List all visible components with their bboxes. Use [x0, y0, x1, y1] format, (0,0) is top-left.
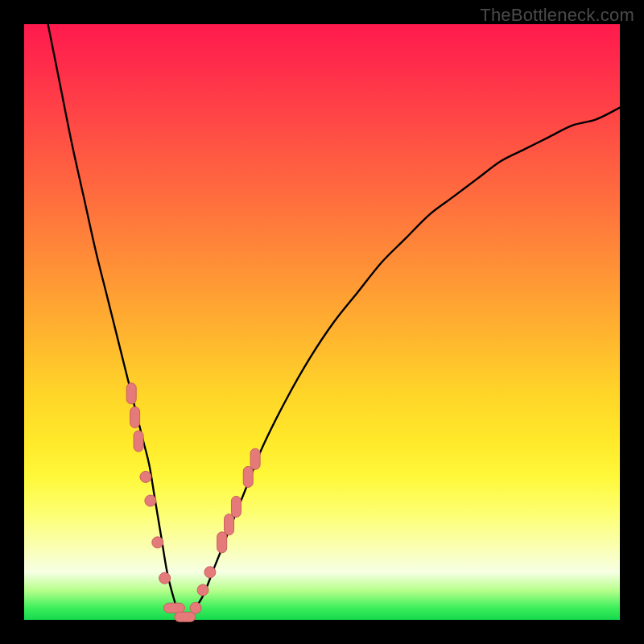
bottleneck-curve	[48, 24, 620, 620]
data-marker	[126, 383, 136, 404]
data-marker	[243, 466, 253, 487]
data-marker	[145, 495, 156, 506]
plot-area	[24, 24, 620, 620]
data-marker	[175, 612, 196, 621]
data-marker	[225, 514, 234, 535]
data-marker	[130, 407, 140, 427]
data-marker	[197, 584, 208, 596]
data-marker	[231, 496, 241, 517]
data-marker	[217, 532, 227, 553]
data-marker	[190, 602, 201, 613]
watermark-text: TheBottleneck.com	[480, 5, 634, 26]
data-marker	[134, 431, 143, 452]
data-marker	[204, 567, 216, 578]
data-marker	[159, 572, 171, 584]
data-marker	[152, 537, 163, 548]
chart-frame: TheBottleneck.com	[0, 0, 644, 644]
data-markers	[126, 383, 260, 622]
data-marker	[163, 603, 184, 613]
data-marker	[250, 448, 260, 469]
curve-layer	[24, 24, 620, 620]
data-marker	[140, 471, 151, 482]
